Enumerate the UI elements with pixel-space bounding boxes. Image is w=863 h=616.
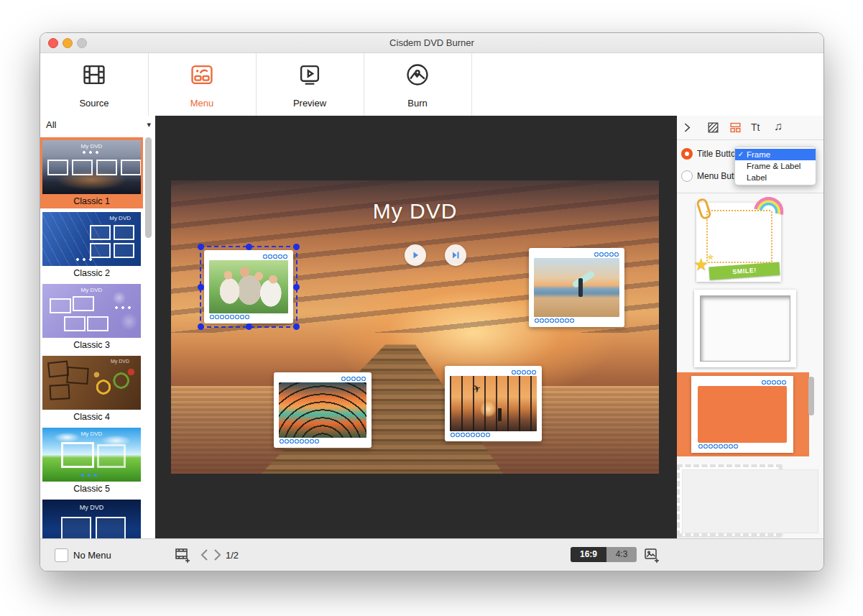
template-classic-3[interactable]: My DVD Classic 3 xyxy=(40,281,143,352)
no-menu-checkbox[interactable] xyxy=(55,548,68,562)
play-button[interactable] xyxy=(405,244,426,266)
template-classic-2[interactable]: My DVD Classic 2 xyxy=(40,209,143,280)
template-list: My DVD Classic 1 My DVD Classic 2 My DVD… xyxy=(40,134,143,538)
next-button[interactable] xyxy=(445,244,466,266)
burn-disc-icon xyxy=(404,61,431,88)
skip-next-icon xyxy=(451,250,461,260)
video-thumbnail-family xyxy=(209,260,288,313)
template-thumbnail: My DVD xyxy=(42,428,141,482)
burn-button[interactable]: Burn xyxy=(364,53,472,116)
radio-selected-icon xyxy=(681,148,693,160)
resize-handle[interactable] xyxy=(198,323,204,330)
chain-decoration xyxy=(450,432,491,438)
resize-handle[interactable] xyxy=(246,244,252,250)
frame-tab-icon[interactable] xyxy=(729,121,742,134)
doodle-frame xyxy=(706,210,772,263)
chain-decoration xyxy=(698,443,739,449)
resize-handle[interactable] xyxy=(246,323,252,330)
dvd-menu-canvas[interactable]: My DVD xyxy=(171,180,659,474)
sidebar-scroll-track xyxy=(143,134,155,538)
template-thumbnail: My DVD xyxy=(42,140,141,194)
title-button-radio[interactable]: Title Button xyxy=(681,147,740,160)
window-title: Cisdem DVD Burner xyxy=(40,37,823,48)
no-menu-label: No Menu xyxy=(73,550,111,561)
dropdown-option-label[interactable]: Label xyxy=(735,172,816,183)
nav-dots xyxy=(114,305,134,310)
bottom-bar: No Menu 1/2 16:9 4:3 xyxy=(40,538,823,571)
frame-option-stamp[interactable] xyxy=(677,464,823,538)
play-icon xyxy=(410,250,420,260)
panel-scrollbar[interactable] xyxy=(808,377,814,415)
audio-tab-icon[interactable]: ♫ xyxy=(774,120,783,133)
resize-handle[interactable] xyxy=(198,244,204,250)
next-page-icon[interactable] xyxy=(211,548,223,561)
frame-option-smile[interactable]: ★ ★ SMILE! xyxy=(677,198,823,283)
selected-video-thumbnail[interactable] xyxy=(200,246,297,328)
add-menu-page-icon[interactable] xyxy=(173,546,192,564)
text-tab-icon[interactable]: Tt xyxy=(751,121,760,133)
template-classic-5[interactable]: My DVD Classic 5 xyxy=(40,425,143,496)
background-tab-icon[interactable] xyxy=(706,121,720,134)
app-window: Cisdem DVD Burner Source Menu xyxy=(40,32,824,571)
chain-decoration xyxy=(534,318,575,323)
video-thumbnail-arch[interactable] xyxy=(274,372,371,448)
frame-option-orange-selected[interactable] xyxy=(677,372,823,456)
add-background-image-icon[interactable] xyxy=(642,546,661,564)
source-button[interactable]: Source xyxy=(40,53,149,116)
frame-option-plain[interactable] xyxy=(677,288,823,371)
chevron-down-icon: ▾ xyxy=(147,116,151,134)
film-strip-icon xyxy=(80,61,108,88)
prev-page-icon[interactable] xyxy=(199,548,211,561)
resize-handle[interactable] xyxy=(198,284,204,290)
collapse-panel-icon[interactable] xyxy=(680,121,694,134)
paperclip-icon xyxy=(696,197,712,220)
page-indicator: 1/2 xyxy=(226,550,239,561)
inspector-tabs: Tt ♫ xyxy=(677,116,823,140)
preview-button[interactable]: Preview xyxy=(256,53,364,116)
resize-handle[interactable] xyxy=(293,323,300,330)
dropdown-option-frame[interactable]: ✓ Frame xyxy=(735,149,816,160)
chain-decoration xyxy=(594,252,619,257)
resize-handle[interactable] xyxy=(293,244,300,250)
check-icon: ✓ xyxy=(735,149,747,160)
aspect-ratio-control: 16:9 4:3 xyxy=(571,547,637,562)
photo-frame-card xyxy=(204,250,293,323)
nav-dots xyxy=(75,257,95,262)
frame-style-dropdown: ✓ Frame Frame & Label Label xyxy=(734,147,816,185)
star-icon: ★ xyxy=(706,252,715,262)
smile-banner: SMILE! xyxy=(709,262,780,280)
video-thumbnail-airport[interactable] xyxy=(445,366,542,441)
video-thumbnail-surfer[interactable] xyxy=(529,248,624,327)
chain-decoration xyxy=(511,369,537,375)
chain-decoration xyxy=(341,376,366,382)
radio-unselected-icon xyxy=(681,170,693,182)
aspect-16-9-button[interactable]: 16:9 xyxy=(571,547,606,562)
preview-area: My DVD xyxy=(155,116,677,538)
dropdown-option-frame-label[interactable]: Frame & Label xyxy=(735,160,816,172)
template-classic-6[interactable]: My DVD xyxy=(40,497,143,538)
aspect-4-3-button[interactable]: 4:3 xyxy=(606,547,637,562)
sidebar-scrollbar[interactable] xyxy=(145,137,152,238)
template-classic-1[interactable]: My DVD Classic 1 xyxy=(40,137,143,208)
nav-dots xyxy=(80,473,99,477)
title-bar: Cisdem DVD Burner xyxy=(40,33,823,53)
nav-dots xyxy=(82,150,101,155)
menu-image-icon xyxy=(188,61,216,88)
resize-handle[interactable] xyxy=(293,284,300,290)
template-thumbnail: My DVD xyxy=(42,212,141,266)
chain-decoration xyxy=(209,314,250,320)
chain-decoration xyxy=(761,380,787,385)
template-thumbnail: My DVD xyxy=(42,284,141,338)
template-thumbnail: My DVD xyxy=(42,500,141,538)
chain-decoration xyxy=(262,254,288,259)
menu-button[interactable]: Menu xyxy=(148,53,257,116)
chain-decoration xyxy=(279,438,320,444)
dvd-menu-title[interactable]: My DVD xyxy=(171,199,659,224)
template-classic-4[interactable]: My DVD Classic 4 xyxy=(40,353,143,424)
filter-value: All xyxy=(40,119,56,130)
main-toolbar: Source Menu Preview xyxy=(40,53,823,116)
preview-play-icon xyxy=(296,61,323,88)
template-filter-dropdown[interactable]: All ▾ xyxy=(40,116,155,134)
template-thumbnail: My DVD xyxy=(42,356,141,410)
